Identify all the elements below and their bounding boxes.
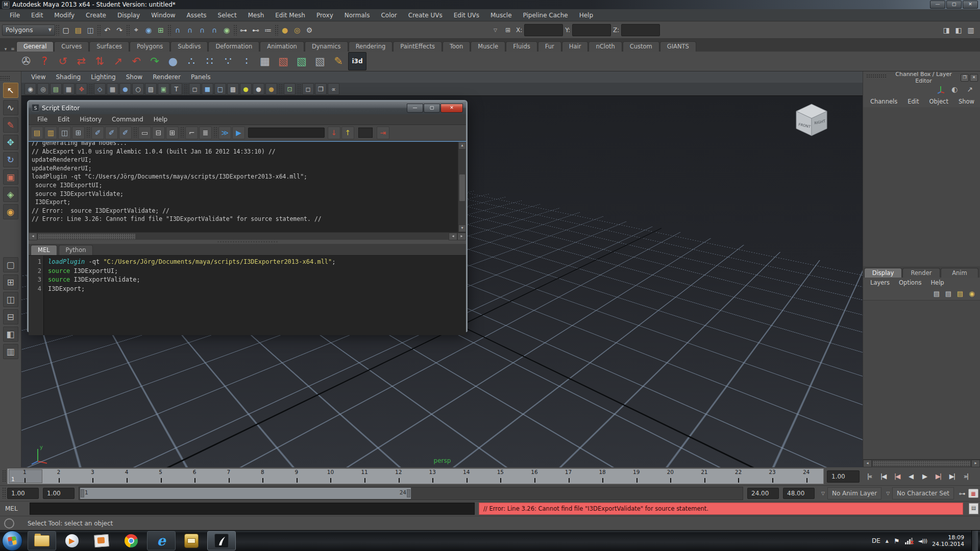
se-echo-results-icon[interactable]: ▭ — [138, 127, 151, 139]
cb-speed-icon[interactable]: ◐ — [948, 83, 961, 95]
frame-1[interactable]: 1 — [8, 469, 42, 484]
frame-16[interactable]: 16 — [518, 469, 552, 484]
frame-9[interactable]: 9 — [280, 469, 314, 484]
shelf-tab-curves[interactable]: Curves — [54, 41, 89, 52]
minimize-button[interactable]: — — [930, 1, 945, 9]
panel-menu-view[interactable]: View — [27, 72, 50, 82]
step-forward-frame-button[interactable]: ▶| — [945, 469, 959, 483]
pv-cube-blue-icon[interactable]: ■ — [202, 83, 213, 95]
frame-18[interactable]: 18 — [585, 469, 620, 484]
help-circle-icon[interactable] — [4, 518, 14, 529]
frame-20[interactable]: 20 — [653, 469, 688, 484]
se-menu-history[interactable]: History — [75, 115, 106, 124]
close-button[interactable]: ✕ — [963, 1, 978, 9]
shelf-tab-dynamics[interactable]: Dynamics — [305, 41, 348, 52]
absolute-relative-icon[interactable]: ⊞ — [502, 24, 514, 36]
script-output-pane[interactable]: // generating maya nodes...// AbcExport … — [29, 141, 466, 232]
sidebar-tool-settings-icon[interactable]: ◧ — [952, 24, 965, 36]
shelf-undo-view-icon[interactable]: ↶ — [128, 53, 145, 70]
se-execute-all-icon[interactable]: ≫ — [218, 127, 231, 139]
layer-tab-display[interactable]: Display — [864, 268, 902, 278]
menu-edit-mesh[interactable]: Edit Mesh — [270, 10, 311, 20]
scrollbar-thumb[interactable] — [872, 460, 971, 467]
taskbar-windows-explorer[interactable] — [28, 531, 56, 550]
frame-13[interactable]: 13 — [415, 469, 450, 484]
current-time-field[interactable]: 1.00 — [827, 470, 860, 483]
taskbar-media-player[interactable]: ▶ — [58, 532, 86, 550]
se-color-swatch[interactable] — [358, 128, 373, 138]
se-menu-edit[interactable]: Edit — [53, 115, 74, 124]
chevron-down-icon[interactable]: ▽ — [884, 491, 892, 496]
cb-float-icon[interactable]: ❐ — [961, 74, 969, 82]
frame-22[interactable]: 22 — [721, 469, 755, 484]
scrollbar-thumb[interactable] — [38, 233, 136, 240]
pv-share-icon[interactable]: ∝ — [328, 83, 339, 95]
pv-2d-pan-icon[interactable]: ✥ — [76, 83, 87, 95]
pv-film-icon[interactable]: ▦ — [107, 83, 118, 95]
menu-proxy[interactable]: Proxy — [311, 10, 339, 20]
cb-menu-edit[interactable]: Edit — [903, 97, 923, 106]
panel-menu-renderer[interactable]: Renderer — [148, 72, 185, 82]
script-editor-toggle-icon[interactable]: ▤ — [969, 503, 978, 514]
shelf-movie-icon[interactable]: ✇ — [17, 53, 35, 70]
command-line-label[interactable]: MEL — [5, 505, 26, 512]
shelf-select-gray-icon[interactable]: ▧ — [311, 53, 329, 70]
chevron-down-icon[interactable]: ▽ — [819, 491, 827, 496]
shelf-tab-fur[interactable]: Fur — [538, 41, 561, 52]
menu-create-uvs[interactable]: Create UVs — [403, 10, 448, 20]
layout-outliner-icon[interactable]: ▥ — [3, 344, 18, 359]
se-menu-command[interactable]: Command — [107, 115, 148, 124]
se-stack-trace-icon[interactable]: ⌐ — [185, 127, 198, 139]
anim-layer-selector[interactable]: No Anim Layer — [827, 487, 881, 499]
layer-tab-render[interactable]: Render — [902, 268, 940, 278]
sidebar-attr-editor-icon[interactable]: ◨ — [940, 24, 952, 36]
y-input[interactable] — [572, 24, 611, 36]
frame-strip[interactable]: 1 12345678910111213141516171819202122232… — [7, 468, 824, 484]
shelf-node-editor-icon[interactable]: ▦ — [256, 53, 274, 70]
panel-menu-lighting[interactable]: Lighting — [86, 72, 120, 82]
shelf-joint-1-icon[interactable]: ∴ — [183, 53, 200, 70]
taskbar-maya[interactable] — [207, 531, 236, 550]
cb-close-icon[interactable]: ✕ — [970, 74, 978, 82]
frame-12[interactable]: 12 — [381, 469, 415, 484]
se-maximize-button[interactable]: ▢ — [424, 104, 440, 113]
pv-iso-cube1-icon[interactable]: ◻ — [302, 83, 314, 95]
menu-create[interactable]: Create — [80, 10, 112, 20]
snap-grids-icon[interactable]: ∩ — [172, 24, 184, 36]
pv-wireframe-icon[interactable]: ◇ — [94, 83, 106, 95]
tray-expand-icon[interactable]: ▲ — [886, 539, 889, 543]
se-save-shelf-icon[interactable]: ⊞ — [72, 127, 85, 139]
taskbar-photo-viewer[interactable] — [88, 532, 115, 550]
frame-15[interactable]: 15 — [483, 469, 518, 484]
scrollbar-thumb[interactable] — [459, 174, 465, 202]
pv-image-plane-icon[interactable]: ▦ — [63, 83, 75, 95]
shelf-menu-icon[interactable]: ▾ — [2, 46, 9, 52]
se-menu-file[interactable]: File — [33, 115, 52, 124]
frame-4[interactable]: 4 — [110, 469, 144, 484]
pv-light-gray-icon[interactable]: ● — [253, 83, 264, 95]
panel-menu-panels[interactable]: Panels — [186, 72, 215, 82]
se-line-numbers-icon[interactable]: ≣ — [199, 127, 212, 139]
shelf-tab-giants[interactable]: GIANTS — [660, 41, 696, 52]
shelf-tab-fluids[interactable]: Fluids — [506, 41, 537, 52]
rotate-tool-icon[interactable]: ↻ — [3, 152, 18, 167]
layer-editor-scrollbar[interactable]: ◂ ▸ — [863, 459, 980, 467]
input-connections-icon[interactable]: ⊶ — [237, 24, 250, 36]
scroll-left-icon[interactable]: ◂ — [449, 233, 457, 240]
chevron-down-icon[interactable]: ▽ — [491, 28, 500, 33]
cb-menu-channels[interactable]: Channels — [866, 97, 901, 106]
scroll-down-icon[interactable]: ▾ — [458, 224, 466, 232]
cb-menu-object[interactable]: Object — [925, 97, 952, 106]
pv-select-region-icon[interactable]: ⊡ — [284, 83, 296, 95]
frame-3[interactable]: 3 — [76, 469, 110, 484]
shelf-tab-muscle[interactable]: Muscle — [471, 41, 505, 52]
command-line-input[interactable] — [30, 503, 475, 515]
shelf-camera-pan-icon[interactable]: ⇄ — [72, 53, 90, 70]
show-desktop-button[interactable] — [971, 531, 978, 551]
pv-cube-glass-icon[interactable]: □ — [214, 83, 226, 95]
taskbar-gold-app[interactable] — [178, 532, 205, 550]
frame-21[interactable]: 21 — [688, 469, 722, 484]
shelf-joint-4-icon[interactable]: ∶ — [238, 53, 255, 70]
frame-8[interactable]: 8 — [246, 469, 280, 484]
se-execute-icon[interactable]: ▶ — [232, 127, 245, 139]
